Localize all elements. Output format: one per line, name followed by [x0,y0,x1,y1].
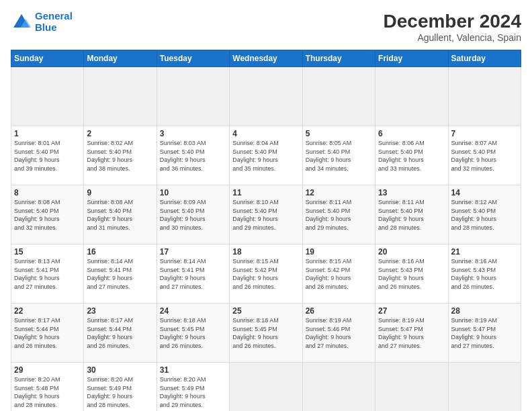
calendar-week-row: 22Sunrise: 8:17 AM Sunset: 5:44 PM Dayli… [11,304,521,363]
calendar-cell [375,363,448,412]
location-subtitle: Agullent, Valencia, Spain [384,32,521,43]
calendar-cell [302,67,375,126]
day-info: Sunrise: 8:16 AM Sunset: 5:43 PM Dayligh… [378,257,445,291]
day-number: 15 [14,247,81,257]
day-info: Sunrise: 8:19 AM Sunset: 5:47 PM Dayligh… [451,316,518,350]
day-number: 20 [378,247,445,257]
col-header-wednesday: Wednesday [230,50,302,67]
logo-blue: Blue [35,21,57,33]
col-header-monday: Monday [84,50,157,67]
day-info: Sunrise: 8:06 AM Sunset: 5:40 PM Dayligh… [378,139,445,173]
calendar-cell: 28Sunrise: 8:19 AM Sunset: 5:47 PM Dayli… [448,304,521,363]
day-info: Sunrise: 8:05 AM Sunset: 5:40 PM Dayligh… [306,139,372,173]
calendar-cell: 5Sunrise: 8:05 AM Sunset: 5:40 PM Daylig… [302,126,375,185]
day-info: Sunrise: 8:16 AM Sunset: 5:43 PM Dayligh… [451,257,518,291]
day-info: Sunrise: 8:08 AM Sunset: 5:40 PM Dayligh… [14,198,81,232]
day-info: Sunrise: 8:19 AM Sunset: 5:46 PM Dayligh… [306,316,372,350]
calendar-cell: 22Sunrise: 8:17 AM Sunset: 5:44 PM Dayli… [11,304,84,363]
page: General Blue December 2024 Agullent, Val… [0,0,532,411]
col-header-tuesday: Tuesday [157,50,229,67]
calendar-cell: 18Sunrise: 8:15 AM Sunset: 5:42 PM Dayli… [230,244,302,304]
day-info: Sunrise: 8:04 AM Sunset: 5:40 PM Dayligh… [232,139,299,173]
day-number: 30 [87,365,153,375]
calendar-cell: 19Sunrise: 8:15 AM Sunset: 5:42 PM Dayli… [302,244,375,304]
day-info: Sunrise: 8:08 AM Sunset: 5:40 PM Dayligh… [87,198,153,232]
day-info: Sunrise: 8:01 AM Sunset: 5:40 PM Dayligh… [14,139,81,173]
day-info: Sunrise: 8:14 AM Sunset: 5:41 PM Dayligh… [160,257,226,291]
calendar-week-row: 8Sunrise: 8:08 AM Sunset: 5:40 PM Daylig… [11,185,521,244]
day-info: Sunrise: 8:18 AM Sunset: 5:45 PM Dayligh… [160,316,226,350]
calendar-cell [11,67,84,126]
calendar-week-row: 1Sunrise: 8:01 AM Sunset: 5:40 PM Daylig… [11,126,521,185]
day-number: 14 [451,188,518,197]
calendar-cell: 9Sunrise: 8:08 AM Sunset: 5:40 PM Daylig… [84,185,157,244]
day-number: 27 [378,306,445,316]
day-number: 25 [232,306,299,316]
day-number: 5 [306,129,372,138]
logo-icon [11,11,32,33]
col-header-saturday: Saturday [448,50,521,67]
day-info: Sunrise: 8:13 AM Sunset: 5:41 PM Dayligh… [14,257,81,291]
day-number: 23 [87,306,153,316]
calendar-cell: 29Sunrise: 8:20 AM Sunset: 5:48 PM Dayli… [11,363,84,412]
day-number: 19 [306,247,372,257]
day-info: Sunrise: 8:03 AM Sunset: 5:40 PM Dayligh… [160,139,226,173]
calendar-cell [302,363,375,412]
calendar-cell: 30Sunrise: 8:20 AM Sunset: 5:49 PM Dayli… [84,363,157,412]
calendar-cell: 31Sunrise: 8:20 AM Sunset: 5:49 PM Dayli… [157,363,229,412]
day-number: 31 [160,365,226,375]
day-number: 12 [306,188,372,197]
col-header-sunday: Sunday [11,50,84,67]
day-number: 22 [14,306,81,316]
day-info: Sunrise: 8:07 AM Sunset: 5:40 PM Dayligh… [451,139,518,173]
logo: General Blue [11,11,73,33]
day-info: Sunrise: 8:20 AM Sunset: 5:49 PM Dayligh… [160,375,226,409]
calendar-cell: 14Sunrise: 8:12 AM Sunset: 5:40 PM Dayli… [448,185,521,244]
calendar-cell [448,363,521,412]
calendar-cell [230,363,302,412]
logo-text: General Blue [35,11,73,33]
day-info: Sunrise: 8:18 AM Sunset: 5:45 PM Dayligh… [232,316,299,350]
day-info: Sunrise: 8:12 AM Sunset: 5:40 PM Dayligh… [451,198,518,232]
day-number: 13 [378,188,445,197]
day-number: 16 [87,247,153,257]
calendar-week-row: 29Sunrise: 8:20 AM Sunset: 5:48 PM Dayli… [11,363,521,412]
day-info: Sunrise: 8:17 AM Sunset: 5:44 PM Dayligh… [14,316,81,350]
logo-general: General [35,10,73,21]
title-block: December 2024 Agullent, Valencia, Spain [384,11,521,43]
day-number: 4 [232,129,299,138]
day-info: Sunrise: 8:11 AM Sunset: 5:40 PM Dayligh… [378,198,445,232]
calendar-cell [157,67,229,126]
day-number: 29 [14,365,81,375]
day-number: 8 [14,188,81,197]
calendar-cell: 20Sunrise: 8:16 AM Sunset: 5:43 PM Dayli… [375,244,448,304]
calendar-cell: 8Sunrise: 8:08 AM Sunset: 5:40 PM Daylig… [11,185,84,244]
calendar-cell: 11Sunrise: 8:10 AM Sunset: 5:40 PM Dayli… [230,185,302,244]
calendar-cell: 3Sunrise: 8:03 AM Sunset: 5:40 PM Daylig… [157,126,229,185]
calendar-header-row: SundayMondayTuesdayWednesdayThursdayFrid… [11,50,521,67]
calendar-cell: 2Sunrise: 8:02 AM Sunset: 5:40 PM Daylig… [84,126,157,185]
calendar-cell: 10Sunrise: 8:09 AM Sunset: 5:40 PM Dayli… [157,185,229,244]
day-info: Sunrise: 8:15 AM Sunset: 5:42 PM Dayligh… [306,257,372,291]
day-number: 21 [451,247,518,257]
day-number: 1 [14,129,81,138]
calendar-week-row: 15Sunrise: 8:13 AM Sunset: 5:41 PM Dayli… [11,244,521,304]
calendar-cell: 6Sunrise: 8:06 AM Sunset: 5:40 PM Daylig… [375,126,448,185]
day-number: 24 [160,306,226,316]
calendar-cell: 17Sunrise: 8:14 AM Sunset: 5:41 PM Dayli… [157,244,229,304]
day-number: 3 [160,129,226,138]
calendar-week-row [11,67,521,126]
day-number: 7 [451,129,518,138]
day-info: Sunrise: 8:19 AM Sunset: 5:47 PM Dayligh… [378,316,445,350]
day-info: Sunrise: 8:15 AM Sunset: 5:42 PM Dayligh… [232,257,299,291]
calendar-cell: 1Sunrise: 8:01 AM Sunset: 5:40 PM Daylig… [11,126,84,185]
calendar-cell: 25Sunrise: 8:18 AM Sunset: 5:45 PM Dayli… [230,304,302,363]
day-number: 6 [378,129,445,138]
day-number: 26 [306,306,372,316]
day-info: Sunrise: 8:10 AM Sunset: 5:40 PM Dayligh… [232,198,299,232]
calendar-cell [375,67,448,126]
day-info: Sunrise: 8:02 AM Sunset: 5:40 PM Dayligh… [87,139,153,173]
calendar-table: SundayMondayTuesdayWednesdayThursdayFrid… [11,50,521,411]
day-info: Sunrise: 8:20 AM Sunset: 5:49 PM Dayligh… [87,375,153,409]
day-number: 18 [232,247,299,257]
